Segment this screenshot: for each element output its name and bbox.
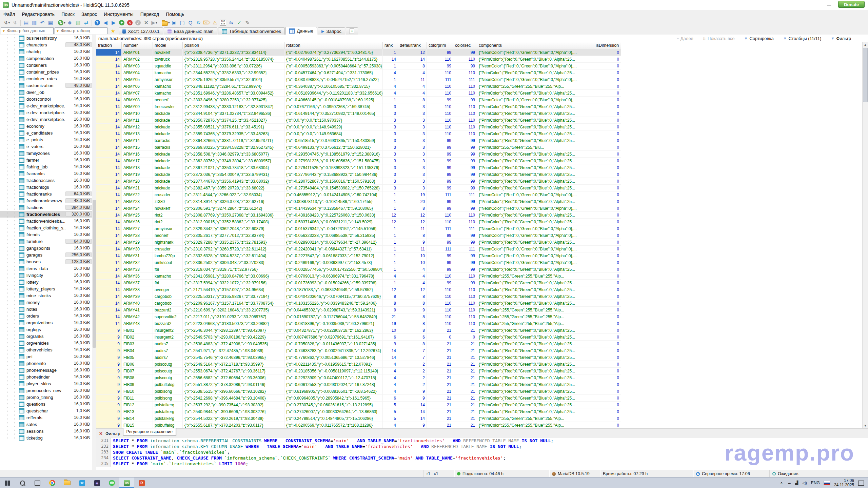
cell-number[interactable]: ARMY30 (122, 246, 153, 252)
cell-position[interactable]: {"x":-2341.05981,"y":3280.84766,"z":33.0… (183, 273, 284, 280)
cell-model[interactable]: kamacho (153, 90, 183, 97)
cell-colorprim[interactable]: 21 (427, 347, 453, 354)
sidebar-item-furniture[interactable]: furniture64,0 KiB (0, 238, 92, 245)
table-row[interactable]: 14ARMY05armyinsur{"x":-2325.1926,"y":335… (96, 76, 621, 83)
cell-number[interactable]: FIB14 (122, 415, 153, 422)
cell-defaultrank[interactable]: 20 (398, 198, 427, 205)
cell-rotation[interactable]: {"x":-0.7050328,"y":-0.011436937,"z":13.… (284, 341, 383, 347)
cell-number[interactable]: ARMY29 (122, 239, 153, 246)
cell-defaultrank[interactable]: 10 (398, 252, 427, 259)
cell-position[interactable]: {"x":-2362.80762,"y":3348.3894,"z":33.68… (183, 158, 284, 164)
cell-position[interactable]: {"x":-2311.4844,"y":3266.022,"z":32.9803… (183, 191, 284, 198)
cell-components[interactable]: {"PrimColor":255,"Green":255,"Blue":255,… (477, 422, 594, 429)
cell-components[interactable]: {"PrimColor":{"Red":0,"Green":0,"Blue":0… (477, 137, 594, 144)
cell-fraction[interactable]: 14 (96, 280, 122, 286)
cell-isDimension[interactable]: 0 (594, 212, 621, 219)
cell-rotation[interactable]: {"x":-0.028900214,"y":0.06279634,"z":-27… (284, 239, 383, 246)
cell-defaultrank[interactable]: 8 (398, 232, 427, 239)
cell-defaultrank[interactable]: 11 (398, 246, 427, 252)
cell-rank[interactable]: 4 (383, 69, 398, 76)
cell-fraction[interactable]: 14 (96, 259, 122, 266)
cell-colorprim[interactable]: 110 (427, 219, 453, 225)
cell-colorprim[interactable]: 21 (427, 402, 453, 408)
table-row[interactable]: 14ARMY28neonerf{"x":-2305.2617,"y":3277.… (96, 232, 621, 239)
cell-position[interactable]: {"x":-2209.96167,"y":3157.17164,"z":33.7… (183, 300, 284, 307)
cell-position[interactable]: {"x":-2537.292,"y":-390.73544,"z":93.303… (183, 402, 284, 408)
cell-defaultrank[interactable]: 4 (398, 83, 427, 90)
cell-defaultrank[interactable]: 4 (398, 273, 427, 280)
cell-isDimension[interactable]: 0 (594, 293, 621, 300)
cell-rank[interactable]: 1 (383, 49, 398, 56)
column-header-colorsec[interactable]: colorsec (453, 42, 477, 49)
cell-model[interactable]: polbisong (153, 388, 183, 395)
table-row[interactable]: 14ARMY41buzzard2{"x":-2210.699,"y":3202.… (96, 307, 621, 313)
cell-colorsec[interactable]: 21 (453, 341, 477, 347)
cell-colorprim[interactable]: 99 (427, 158, 453, 164)
cell-fraction[interactable]: 14 (96, 103, 122, 110)
cell-position[interactable]: {"x":-2351.69946,"y":3286.48657,"z":33.0… (183, 90, 284, 97)
cell-rotation[interactable]: {"x":-0.04577464,"y":0.6271494,"z":331.1… (284, 69, 383, 76)
cell-components[interactable]: {"PrimColor":{"Red":0,"Green":0,"Blue":0… (477, 327, 594, 334)
cell-rotation[interactable]: {"x":0.07671166,"y":-0.09507368,"z":59.3… (284, 103, 383, 110)
cell-rotation[interactable]: {"x":-0.280752867,"y":0.1560816,"z":150.… (284, 178, 383, 185)
cell-colorsec[interactable]: 21 (453, 402, 477, 408)
cell-position[interactable]: {"x":-2308.4736,"y":3271.3232,"z":32.834… (183, 49, 284, 56)
cell-components[interactable]: {"PrimColor":{"Red":0,"Green":0,"Blue":0… (477, 280, 594, 286)
cell-rotation[interactable]: {"x":-0.6518515,"y":0.376901865,"z":150.… (284, 137, 383, 144)
cell-number[interactable]: ARMY13 (122, 130, 153, 137)
cell-defaultrank[interactable]: 3 (398, 185, 427, 191)
cell-components[interactable]: {"PrimColor":{"Red":0,"Green":0,"Blue":0… (477, 374, 594, 381)
cell-colorsec[interactable]: 99 (453, 185, 477, 191)
cell-number[interactable]: ARMY37 (122, 280, 153, 286)
cell-fraction[interactable]: 9 (96, 422, 122, 429)
sidebar-item-questions[interactable]: questions16,0 KiB (0, 401, 92, 407)
cell-isDimension[interactable]: 0 (594, 381, 621, 388)
cell-number[interactable]: ARMY19 (122, 171, 153, 178)
cell-rank[interactable]: 1 (383, 191, 398, 198)
cell-rank[interactable]: 1 (383, 225, 398, 232)
cell-isDimension[interactable]: 0 (594, 205, 621, 212)
cell-colorsec[interactable]: 0 (453, 334, 477, 341)
cell-colorsec[interactable]: 99 (453, 266, 477, 273)
sidebar-item-notes[interactable]: notes16,0 KiB (0, 306, 92, 312)
sidebar-item-e_voters[interactable]: e_voters16,0 KiB (0, 143, 92, 150)
cell-rotation[interactable]: {"x":0.27426007,"y":0.00030264264,"z":-1… (284, 408, 383, 415)
cell-defaultrank[interactable]: 2 (398, 361, 427, 368)
cell-rotation[interactable]: {"x":0.2730745,"y":0.060261615,"z":-13.2… (284, 402, 383, 408)
sidebar-item-garages[interactable]: garages256,0 KiB (0, 251, 92, 258)
cell-colorsec[interactable]: 110 (453, 56, 477, 63)
cell-number[interactable]: FIB01 (122, 327, 153, 334)
cell-colorsec[interactable]: 110 (453, 124, 477, 130)
cell-components[interactable]: {"PrimColor":{"Red":0,"Green":0,"Blue":0… (477, 110, 594, 117)
cell-number[interactable]: FIB12 (122, 402, 153, 408)
cell-fraction[interactable]: 14 (96, 171, 122, 178)
cell-isDimension[interactable]: 0 (594, 368, 621, 374)
cell-position[interactable]: {"x":-2310.3792,"y":3268.5728,"z":32.611… (183, 246, 284, 252)
cell-position[interactable]: {"x":-2217.011,"y":3191.0293,"z":33.2089… (183, 313, 284, 320)
cell-number[interactable]: ARMY40 (122, 300, 153, 307)
cell-colorsec[interactable]: 99 (453, 198, 477, 205)
cell-model[interactable]: insurgent2 (153, 327, 183, 334)
sidebar-item-phonemessage[interactable]: phonemessage16,0 KiB (0, 367, 92, 373)
cell-isDimension[interactable]: 0 (594, 69, 621, 76)
sidebar-item-items_data[interactable]: items_data16,0 KiB (0, 265, 92, 272)
table-row[interactable]: 14ARMY26riot2{"x":-2312.90015,"y":3352.5… (96, 219, 621, 225)
cell-model[interactable]: audirs7 (153, 341, 183, 347)
cell-rank[interactable]: 1 (383, 97, 398, 103)
cell-defaultrank[interactable]: 8 (398, 205, 427, 212)
cell-number[interactable]: ARMY02 (122, 56, 153, 63)
cell-isDimension[interactable]: 0 (594, 90, 621, 97)
cell-colorsec[interactable]: 99 (453, 137, 477, 144)
cell-fraction[interactable]: 9 (96, 334, 122, 341)
cell-colorprim[interactable]: 110 (427, 212, 453, 219)
cell-isDimension[interactable]: 0 (594, 76, 621, 83)
cell-colorsec[interactable]: 110 (453, 313, 477, 320)
cell-number[interactable]: FIB04 (122, 347, 153, 354)
cell-rank[interactable]: 12 (383, 219, 398, 225)
cell-position[interactable]: {"x":-2542.2698,"y":-396.44684,"z":93.10… (183, 395, 284, 402)
cell-position[interactable]: {"x":-2329.3442,"y":3362.2048,"z":32.608… (183, 225, 284, 232)
cancel-icon[interactable]: ✕ (142, 19, 150, 26)
cell-position[interactable]: {"x":-2312.99438,"y":3330.12183,"z":32.8… (183, 103, 284, 110)
cell-rotation[interactable]: {"x":-0.02211435,"y":-0.01959615,"z":12.… (284, 361, 383, 368)
cell-defaultrank[interactable]: 4 (398, 69, 427, 76)
